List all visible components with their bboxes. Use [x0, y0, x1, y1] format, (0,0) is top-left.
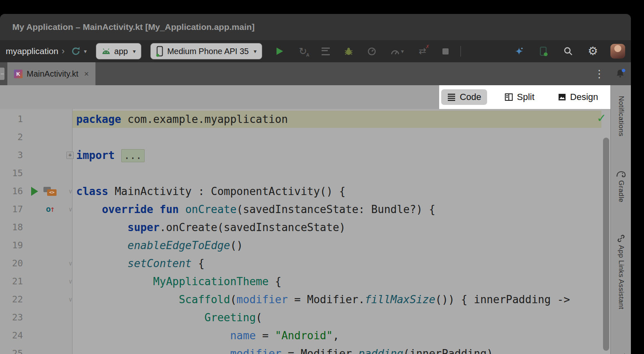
run-configuration-dropdown[interactable]: app ▾	[96, 43, 141, 59]
notifications-bell-button[interactable]	[615, 68, 626, 80]
tool-window-gradle-button[interactable]	[616, 169, 626, 179]
code-token: fun	[160, 203, 179, 216]
apply-changes-icon: ↻	[299, 45, 307, 57]
fold-marker[interactable]: ∨	[66, 200, 75, 218]
code-line[interactable]: 19 enableEdgeToEdge()	[0, 236, 610, 254]
code-mode-icon	[447, 93, 456, 102]
code-line[interactable]: 1package com.example.myapplication	[0, 110, 610, 128]
device-selector-dropdown[interactable]: Medium Phone API 35 ▾	[150, 43, 262, 59]
code-token: MainActivity : ComponentActivity() {	[108, 185, 345, 197]
settings-button[interactable]: ⚙	[586, 44, 600, 58]
code-line[interactable]: 21∨ MyApplicationTheme {	[0, 272, 610, 290]
search-icon	[563, 46, 573, 56]
window-title-bar[interactable]: My Application – MainActivity.kt [My_App…	[0, 14, 631, 40]
search-everywhere-button[interactable]	[561, 44, 575, 58]
code-line[interactable]: 18 super.onCreate(savedInstanceState)	[0, 218, 610, 236]
tab-mainactivity[interactable]: K MainActivity.kt ×	[7, 62, 95, 85]
fold-marker[interactable]: ∨	[66, 290, 75, 309]
line-number[interactable]: 22	[0, 290, 23, 309]
mode-button-split[interactable]: Split	[499, 89, 540, 105]
line-number[interactable]: 17	[0, 200, 23, 218]
profile-low-overhead-button[interactable]: ▾	[388, 44, 406, 58]
code-token	[76, 275, 153, 288]
line-number[interactable]: 15	[0, 164, 23, 182]
code-line[interactable]: 25 modifier = Modifier.padding(innerPadd…	[0, 345, 610, 354]
fold-marker[interactable]: ∨	[66, 272, 75, 290]
project-breadcrumb[interactable]: myapplication	[6, 46, 58, 56]
device-manager-icon	[539, 46, 549, 57]
code-token	[153, 203, 160, 216]
line-number[interactable]: 1	[0, 110, 23, 128]
gemini-tool-window-button[interactable]: ✦✦	[615, 352, 627, 354]
profiler-icon	[367, 47, 376, 56]
code-token: class	[76, 185, 108, 197]
device-manager-button[interactable]	[537, 44, 551, 58]
code-line[interactable]: 17o↑∨ override fun onCreate(savedInstanc…	[0, 200, 610, 218]
line-number[interactable]: 23	[0, 309, 23, 327]
apply-changes-button[interactable]: ↻ A	[296, 44, 310, 58]
tool-window-notifications[interactable]: Notifications	[617, 96, 625, 136]
mode-code-label: Code	[460, 92, 481, 102]
gradle-sync-button[interactable]	[69, 44, 83, 58]
editor-scrollbar[interactable]	[603, 138, 609, 351]
editor-options-kebab-icon[interactable]: ⋮	[594, 62, 605, 85]
tool-window-gradle[interactable]: Gradle	[617, 180, 625, 202]
code-editor[interactable]: 1package com.example.myapplication23+imp…	[0, 109, 610, 354]
run-gutter-icon[interactable]	[31, 187, 38, 196]
code-line[interactable]: 20∨ setContent {	[0, 254, 610, 272]
cls-gutter-icon[interactable]: <>	[43, 187, 57, 196]
code-token: "Android"	[275, 329, 333, 342]
stop-button[interactable]	[438, 44, 452, 58]
tool-window-app-links-button[interactable]	[616, 234, 626, 245]
chevron-right-icon[interactable]: ›	[61, 46, 64, 57]
code-line[interactable]: 15	[0, 164, 610, 182]
user-avatar[interactable]	[610, 44, 625, 59]
line-number[interactable]: 18	[0, 218, 23, 236]
fold-marker[interactable]: +	[66, 152, 74, 159]
apply-changes-a-label: A	[306, 52, 309, 57]
line-number[interactable]: 3	[0, 146, 23, 164]
line-number[interactable]: 21	[0, 272, 23, 290]
code-token: {	[269, 275, 281, 288]
debug-bug-icon	[344, 47, 353, 56]
gemini-star-icon	[514, 46, 524, 56]
code-line[interactable]: 2	[0, 128, 610, 146]
code-token: ()) { innerPadding ->	[435, 293, 570, 306]
line-number[interactable]: 19	[0, 236, 23, 254]
code-token: override	[102, 203, 153, 216]
attach-debugger-button[interactable]: ⇄✗	[415, 44, 429, 58]
sparkle-small-icon: ✦	[623, 352, 626, 354]
fold-marker[interactable]: ∨	[66, 182, 75, 200]
code-area[interactable]: 1package com.example.myapplication23+imp…	[0, 110, 610, 354]
code-token: ()	[230, 239, 243, 252]
left-stripe-stub[interactable]: –	[0, 68, 5, 80]
line-number[interactable]: 25	[0, 345, 23, 354]
attach-x-icon: ✗	[425, 44, 429, 50]
line-number[interactable]: 24	[0, 327, 23, 345]
mode-button-design[interactable]: Design	[552, 89, 604, 105]
line-number[interactable]: 16	[0, 182, 23, 200]
code-line[interactable]: 24 name = "Android",	[0, 327, 610, 345]
code-line[interactable]: 23 Greeting(	[0, 309, 610, 327]
code-line[interactable]: 3+import ...	[0, 146, 610, 164]
fold-marker[interactable]: ∨	[66, 254, 75, 272]
run-button[interactable]	[273, 44, 287, 58]
line-number[interactable]: 2	[0, 128, 23, 146]
apply-code-changes-button[interactable]	[319, 44, 333, 58]
code-line[interactable]: 22∨ Scaffold(modifier = Modifier.fillMax…	[0, 290, 610, 309]
gradle-sync-caret-icon[interactable]: ▾	[84, 48, 87, 54]
tab-close-icon[interactable]: ×	[84, 69, 89, 79]
code-token: = Modifier.	[281, 347, 358, 354]
window-title: My Application – MainActivity.kt [My_App…	[12, 22, 255, 32]
tool-window-app-links[interactable]: App Links Assistant	[617, 245, 625, 309]
mode-button-code[interactable]: Code	[441, 89, 487, 105]
debug-button[interactable]	[342, 44, 356, 58]
override-gutter-icon[interactable]: o↑	[46, 203, 55, 215]
ide-window: My Application – MainActivity.kt [My_App…	[0, 14, 631, 354]
gemini-button[interactable]	[512, 44, 526, 58]
inspections-passed-icon[interactable]: ✓	[597, 111, 606, 125]
code-line[interactable]: 16<>∨class MainActivity : ComponentActiv…	[0, 182, 610, 200]
line-number[interactable]: 20	[0, 254, 23, 272]
profiler-button[interactable]	[365, 44, 379, 58]
sparkle-icon: ✦	[615, 352, 623, 354]
